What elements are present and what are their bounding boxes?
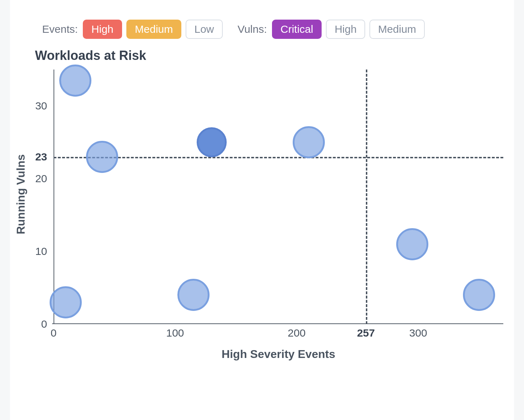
y-tick: 23: [35, 151, 54, 163]
reference-line-x: [366, 70, 367, 324]
bubble-point[interactable]: [396, 228, 428, 260]
bubble-point[interactable]: [293, 126, 325, 158]
x-tick: 300: [409, 319, 427, 339]
x-axis-line: [52, 323, 503, 324]
bubble-point[interactable]: [86, 141, 118, 173]
vulns-filter-label: Vulns:: [238, 23, 267, 35]
y-tick: 20: [35, 173, 54, 185]
events-filter-medium[interactable]: Medium: [126, 20, 182, 39]
events-filter-low[interactable]: Low: [186, 20, 222, 39]
bubble-point[interactable]: [50, 286, 82, 318]
x-tick: 200: [288, 319, 306, 339]
scatter-plot: Running Vulns High Severity Events 01020…: [54, 70, 503, 319]
bubble-point[interactable]: [59, 65, 91, 97]
filter-bar: Events: High Medium Low Vulns: Critical …: [42, 20, 425, 39]
vulns-filter-critical[interactable]: Critical: [272, 20, 322, 39]
x-axis-label: High Severity Events: [54, 348, 503, 361]
bubble-point[interactable]: [463, 279, 495, 311]
chart-card: Events: High Medium Low Vulns: Critical …: [10, 0, 514, 420]
x-tick: 100: [166, 319, 184, 339]
vulns-filter-medium[interactable]: Medium: [369, 20, 425, 39]
bubble-point[interactable]: [197, 127, 227, 157]
bubble-point[interactable]: [177, 279, 210, 311]
events-filter-high[interactable]: High: [83, 20, 122, 39]
chart-title: Workloads at Risk: [35, 48, 146, 63]
events-filter-label: Events:: [42, 23, 78, 35]
y-tick: 30: [35, 100, 54, 112]
x-tick: 0: [51, 319, 57, 339]
reference-line-y: [54, 157, 503, 158]
y-tick: 10: [35, 245, 54, 257]
y-axis-line: [54, 70, 54, 324]
vulns-filter-high[interactable]: High: [326, 20, 365, 39]
x-tick: 257: [357, 319, 375, 339]
y-axis-label: Running Vulns: [14, 154, 27, 235]
